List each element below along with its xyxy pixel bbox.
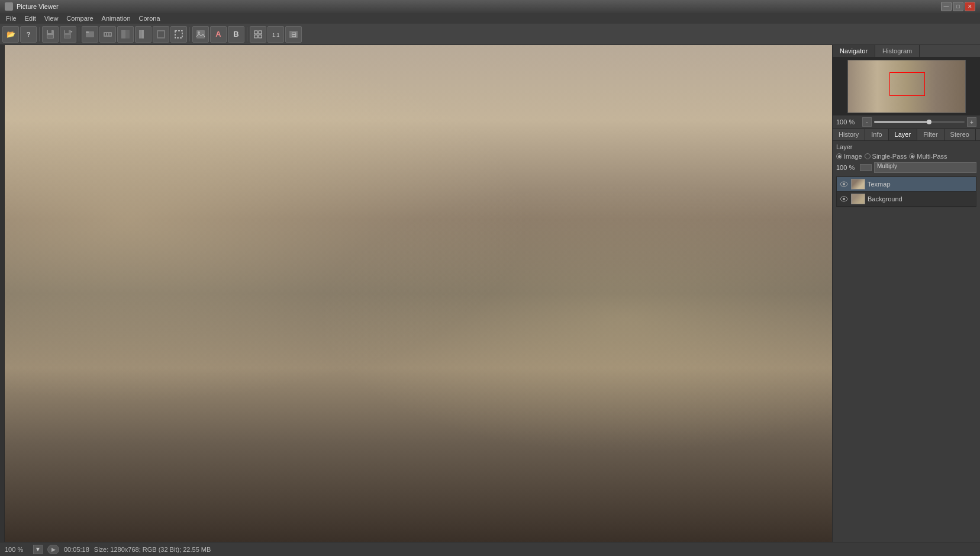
separator-4 <box>247 27 247 41</box>
svg-rect-25 <box>254 35 257 38</box>
save-btn[interactable] <box>42 26 59 43</box>
zoom-thumb[interactable] <box>927 120 931 124</box>
load-btn[interactable] <box>82 26 98 43</box>
canvas-area[interactable] <box>5 45 832 542</box>
image-btn[interactable] <box>192 26 209 43</box>
menu-view[interactable]: View <box>41 14 62 23</box>
blend-mode-select[interactable]: Multiply <box>874 162 976 173</box>
svg-rect-23 <box>254 31 257 34</box>
svg-rect-13 <box>121 30 125 38</box>
svg-rect-10 <box>105 33 106 36</box>
status-zoom: 100 % <box>5 546 28 553</box>
layer-section: Layer Image Single-Pass Multi-Pass 100 <box>833 141 980 210</box>
compare1-btn[interactable] <box>117 26 134 43</box>
left-scroll <box>0 45 5 542</box>
close-button[interactable]: ✕ <box>965 2 975 11</box>
layer-item-background[interactable]: Background <box>837 192 976 207</box>
layer-item-texmap[interactable]: Texmap <box>837 177 976 192</box>
zoom-decrease-btn[interactable]: - <box>862 117 872 127</box>
svg-text:⊟: ⊟ <box>291 31 296 38</box>
svg-rect-16 <box>143 30 147 38</box>
ram-btn[interactable] <box>99 26 116 43</box>
svg-rect-5 <box>65 35 70 38</box>
radio-image-circle <box>836 153 842 159</box>
tab-navigator[interactable]: Navigator <box>833 45 875 57</box>
minimize-button[interactable]: — <box>941 2 952 11</box>
maximize-button[interactable]: □ <box>953 2 963 11</box>
layer-blend-row: 100 % Multiply <box>836 162 976 173</box>
status-time: 00:05:18 <box>64 546 89 553</box>
radio-image[interactable]: Image <box>836 153 862 160</box>
zoom-fill <box>874 121 929 123</box>
svg-rect-8 <box>86 31 89 33</box>
view-btn[interactable] <box>153 26 169 43</box>
text-a-btn[interactable]: A <box>210 26 227 43</box>
layer-percent-slider[interactable] <box>860 164 872 171</box>
layer-section-title: Layer <box>836 143 976 150</box>
svg-rect-14 <box>125 30 130 38</box>
radio-single-pass-circle <box>865 153 871 159</box>
radio-single-pass-label: Single-Pass <box>872 153 907 160</box>
zoom-increase-btn[interactable]: + <box>967 117 976 127</box>
svg-rect-21 <box>196 30 205 38</box>
help-btn[interactable]: ? <box>20 26 37 43</box>
menu-bar: File Edit View Compare Animation Corona <box>0 13 980 24</box>
layer-eye-background[interactable] <box>839 194 849 204</box>
tab-layer[interactable]: Layer <box>889 129 918 140</box>
tab-history[interactable]: History <box>833 129 865 140</box>
tab-histogram[interactable]: Histogram <box>875 45 920 57</box>
title-bar-left: Picture Viewer <box>5 2 59 11</box>
compare2-btn[interactable] <box>135 26 151 43</box>
tab-info[interactable]: Info <box>865 129 888 140</box>
interior-scene <box>5 45 832 542</box>
menu-compare[interactable]: Compare <box>63 14 96 23</box>
tab-filter[interactable]: Filter <box>917 129 944 140</box>
menu-animation[interactable]: Animation <box>98 14 134 23</box>
layer-percent-value: 100 % <box>836 164 858 171</box>
zoom-fit-btn[interactable] <box>250 26 266 43</box>
tab-stereo[interactable]: Stereo <box>944 129 976 140</box>
save-as-btn[interactable]: + <box>60 26 76 43</box>
layer-list: Texmap Background <box>836 176 976 207</box>
app-icon <box>5 2 13 11</box>
preview-indicator <box>889 72 925 96</box>
menu-file[interactable]: File <box>2 14 20 23</box>
navigator-preview <box>833 57 980 115</box>
radio-multi-pass-circle <box>909 153 915 159</box>
zoom-out-btn[interactable]: ⊟ <box>285 26 302 43</box>
play-btn[interactable]: ▶ <box>47 545 59 554</box>
radio-multi-pass[interactable]: Multi-Pass <box>909 153 947 160</box>
svg-rect-20 <box>175 31 182 38</box>
preview-thumbnail <box>847 60 966 113</box>
layer-thumb-background <box>851 194 865 204</box>
right-panel: Navigator Histogram 100 % - + History In… <box>832 45 980 542</box>
layer-tabs: History Info Layer Filter Stereo <box>833 129 980 141</box>
radio-single-pass[interactable]: Single-Pass <box>865 153 907 160</box>
svg-rect-11 <box>107 33 108 36</box>
radio-multi-pass-label: Multi-Pass <box>917 153 947 160</box>
layer-thumb-texmap <box>851 179 865 189</box>
zoom-slider[interactable] <box>874 121 965 123</box>
menu-corona[interactable]: Corona <box>136 14 164 23</box>
svg-point-33 <box>843 198 845 200</box>
layer-eye-texmap[interactable] <box>839 179 849 189</box>
separator-1 <box>39 27 40 41</box>
text-b-btn[interactable]: B <box>228 26 244 43</box>
zoom-value: 100 % <box>836 118 860 126</box>
open-btn[interactable]: 📂 <box>2 26 19 43</box>
svg-rect-26 <box>259 35 262 38</box>
status-zoom-btn[interactable]: ▼ <box>33 545 43 554</box>
window-controls[interactable]: — □ ✕ <box>941 2 975 11</box>
menu-edit[interactable]: Edit <box>21 14 40 23</box>
svg-rect-15 <box>139 30 143 38</box>
svg-point-31 <box>843 183 845 185</box>
status-bar: 100 % ▼ ▶ 00:05:18 Size: 1280x768; RGB (… <box>0 542 980 556</box>
separator-2 <box>79 27 79 41</box>
radio-image-label: Image <box>844 153 862 160</box>
top-panel-tabs: Navigator Histogram <box>833 45 980 57</box>
select-btn[interactable] <box>170 26 187 43</box>
svg-rect-12 <box>109 33 111 36</box>
zoom-1-1-btn[interactable]: 1:1 <box>267 26 284 43</box>
main-layout: Navigator Histogram 100 % - + History In… <box>0 45 980 542</box>
svg-rect-2 <box>47 35 53 38</box>
